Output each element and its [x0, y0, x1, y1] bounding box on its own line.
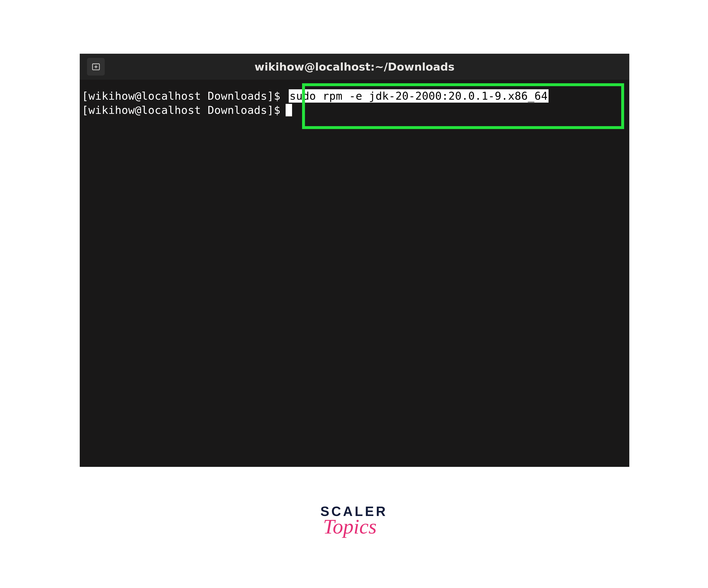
cursor [286, 104, 292, 116]
terminal-line: [wikihow@localhost Downloads]$ [82, 103, 292, 117]
prompt-text: [wikihow@localhost Downloads]$ [82, 90, 281, 102]
terminal-window: wikihow@localhost:~/Downloads [wikihow@l… [80, 54, 629, 467]
command-text: sudo rpm -e jdk-20-2000:20.0.1-9.x86_64 [289, 89, 549, 102]
prompt-text: [wikihow@localhost Downloads]$ [82, 104, 281, 116]
branding-logo: SCALER Topics [320, 504, 388, 538]
terminal-body[interactable]: [wikihow@localhost Downloads]$ sudo rpm … [80, 85, 629, 467]
new-tab-icon [91, 61, 101, 72]
window-title: wikihow@localhost:~/Downloads [255, 61, 454, 73]
new-tab-button[interactable] [87, 58, 105, 76]
brand-secondary: Topics [312, 514, 388, 538]
terminal-line: [wikihow@localhost Downloads]$ sudo rpm … [82, 89, 549, 103]
titlebar: wikihow@localhost:~/Downloads [80, 54, 629, 80]
